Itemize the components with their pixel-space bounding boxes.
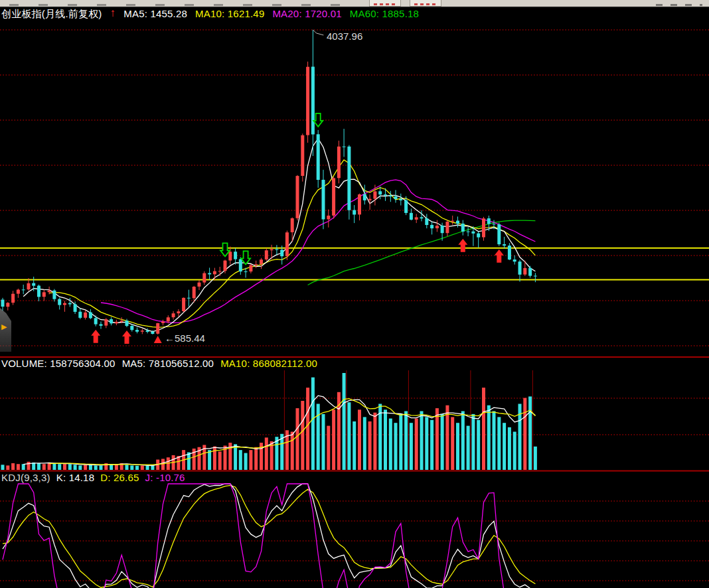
low-marker-icon [154, 336, 162, 343]
left-arrow-icon: ← [165, 332, 175, 344]
kdj-d-value: D: 26.65 [100, 472, 139, 484]
volume-pane-header: VOLUME: 158756304.00 MA5: 781056512.00 M… [1, 358, 317, 370]
volume-ma10-value: MA10: 868082112.00 [220, 358, 317, 370]
volume-value: VOLUME: 158756304.00 [1, 358, 116, 370]
all-time-low-label: ←585.44 [165, 332, 205, 344]
volume-ma5-value: MA5: 781056512.00 [122, 358, 214, 370]
all-time-high-label: 4037.96 [327, 31, 362, 42]
kdj-k-value: K: 14.18 [56, 472, 94, 484]
buy-arrow-icon [495, 250, 504, 263]
menu-bar[interactable] [0, 0, 709, 8]
main-chart-header: 创业板指(月线.前复权) ↑ MA5: 1455.28 MA10: 1621.4… [1, 8, 419, 20]
up-trend-icon: ↑ [110, 8, 116, 20]
trading-app-window: 创业板指(月线.前复权) ↑ MA5: 1455.28 MA10: 1621.4… [0, 0, 709, 588]
buy-arrow-icon [91, 330, 100, 343]
buy-arrow-icon [122, 331, 131, 344]
menubar-quote-button[interactable] [369, 0, 401, 7]
ma10-value: MA10: 1621.49 [195, 8, 264, 20]
clipped-red-text [374, 3, 395, 5]
sell-arrow-icon [220, 243, 230, 256]
menu-text-fragments [9, 4, 354, 6]
sell-arrow-icon [241, 251, 250, 264]
ma20-value: MA20: 1720.01 [272, 8, 341, 20]
menu-text-fragments-right [656, 4, 702, 6]
instrument-title: 创业板指(月线.前复权) [1, 8, 102, 20]
ma5-value: MA5: 1455.28 [123, 8, 187, 20]
kdj-title: KDJ(9,3,3) [1, 472, 50, 484]
expand-right-icon: ▶ [1, 323, 7, 331]
candlestick-chart-canvas[interactable] [0, 0, 709, 588]
ma60-value: MA60: 1885.18 [350, 8, 419, 20]
clipped-red-text [414, 3, 435, 5]
kdj-j-value: J: -10.76 [145, 472, 185, 484]
kdj-pane-header: KDJ(9,3,3) K: 14.18 D: 26.65 J: -10.76 [1, 472, 185, 484]
buy-arrow-icon [458, 239, 467, 252]
menubar-quote-button-2[interactable] [410, 0, 441, 7]
